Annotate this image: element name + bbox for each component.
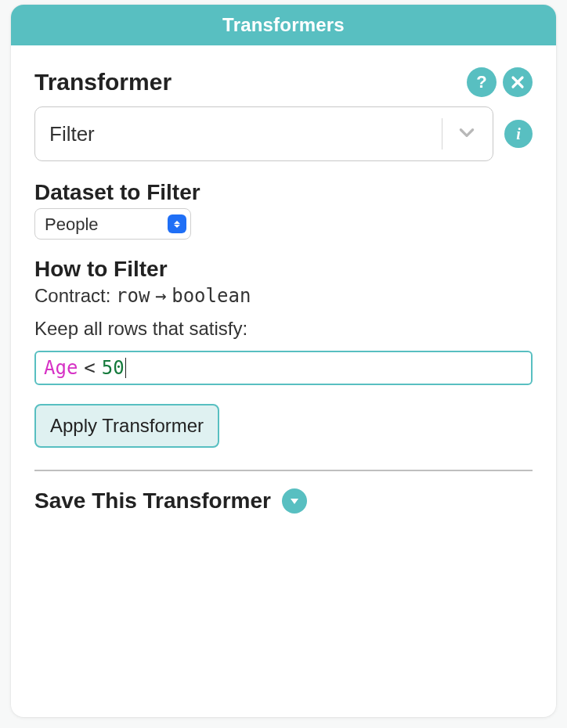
- apply-button-label: Apply Transformer: [50, 415, 204, 436]
- arrow-icon: →: [155, 285, 166, 307]
- panel-body: Transformer ? Filter: [11, 45, 556, 529]
- transformer-select[interactable]: Filter: [34, 106, 493, 161]
- info-icon: i: [516, 126, 521, 142]
- text-caret: [125, 358, 126, 378]
- expr-field-token: Age: [44, 357, 78, 379]
- expr-value-token: 50: [102, 357, 125, 379]
- svg-marker-2: [291, 499, 298, 504]
- contract-line: Contract: row → boolean: [34, 285, 533, 307]
- contract-label: Contract:: [34, 285, 110, 306]
- dataset-select[interactable]: People: [34, 208, 191, 240]
- close-button[interactable]: [503, 67, 533, 97]
- filter-expression-input[interactable]: Age < 50: [34, 351, 533, 385]
- keep-rows-label: Keep all rows that satisfy:: [34, 318, 533, 340]
- close-icon: [511, 75, 525, 89]
- transformer-label: Transformer: [34, 69, 172, 96]
- help-button[interactable]: ?: [467, 67, 497, 97]
- section-divider: [34, 470, 533, 471]
- expr-op-token: <: [78, 357, 101, 379]
- panel-title-bar: Transformers: [11, 5, 556, 45]
- info-button[interactable]: i: [504, 120, 533, 148]
- chevron-down-icon: [457, 122, 477, 146]
- save-transformer-label: Save This Transformer: [34, 488, 271, 514]
- contract-from: row: [116, 285, 150, 307]
- contract-to: boolean: [172, 285, 251, 307]
- divider: [442, 118, 442, 150]
- dataset-label: Dataset to Filter: [34, 180, 533, 205]
- panel-title: Transformers: [222, 14, 345, 36]
- howto-label: How to Filter: [34, 257, 533, 282]
- transformers-panel: Transformers Transformer ? Filter: [11, 5, 556, 717]
- caret-down-icon: [289, 496, 300, 506]
- apply-transformer-button[interactable]: Apply Transformer: [34, 404, 219, 448]
- save-transformer-expand-button[interactable]: [282, 488, 307, 514]
- question-icon: ?: [476, 74, 486, 91]
- transformer-select-value: Filter: [49, 122, 95, 146]
